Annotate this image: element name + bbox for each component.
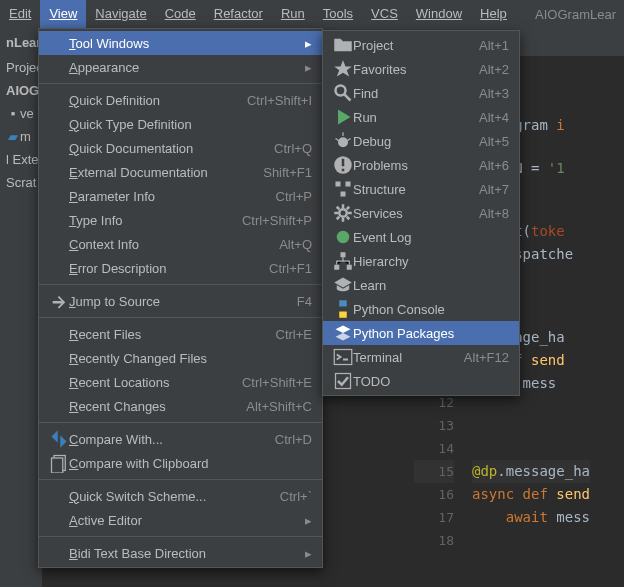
view-menu-item-quick-definition[interactable]: Quick DefinitionCtrl+Shift+I [39, 88, 322, 112]
bug-icon [333, 131, 353, 151]
view-menu-item-recent-locations[interactable]: Recent LocationsCtrl+Shift+E [39, 370, 322, 394]
play-icon [333, 107, 353, 127]
gutter-line-current: 15 [414, 460, 454, 483]
menu-code[interactable]: Code [156, 0, 205, 28]
py-icon [333, 299, 353, 319]
view-menu-item-recent-changes[interactable]: Recent ChangesAlt+Shift+C [39, 394, 322, 418]
tool-window-item-project[interactable]: ProjectAlt+1 [323, 33, 519, 57]
menu-tools[interactable]: Tools [314, 0, 362, 28]
grad-icon [333, 275, 353, 295]
menu-vcs[interactable]: VCS [362, 0, 407, 28]
submenu-item-label: Python Console [353, 302, 509, 317]
view-menu-item-bidi-text-base-direction[interactable]: Bidi Text Base Direction▸ [39, 541, 322, 565]
code-line [472, 437, 590, 460]
menu-separator [39, 83, 322, 84]
menu-help[interactable]: Help [471, 0, 516, 28]
view-menu-item-recent-files[interactable]: Recent FilesCtrl+E [39, 322, 322, 346]
svg-rect-20 [336, 374, 351, 389]
menu-navigate[interactable]: Navigate [86, 0, 155, 28]
svg-point-4 [338, 137, 348, 147]
submenu-item-label: Services [353, 206, 467, 221]
code-line: async def send [472, 483, 590, 506]
hier-icon [333, 251, 353, 271]
tool-window-item-debug[interactable]: DebugAlt+5 [323, 129, 519, 153]
tool-windows-submenu: ProjectAlt+1FavoritesAlt+2FindAlt+3RunAl… [322, 30, 520, 396]
submenu-arrow-icon: ▸ [302, 36, 312, 51]
view-menu-item-parameter-info[interactable]: Parameter InfoCtrl+P [39, 184, 322, 208]
cmp-icon [49, 429, 69, 449]
tool-window-item-services[interactable]: ServicesAlt+8 [323, 201, 519, 225]
tool-window-item-structure[interactable]: StructureAlt+7 [323, 177, 519, 201]
view-menu-item-compare-with-clipboard[interactable]: Compare with Clipboard [39, 451, 322, 475]
svg-rect-19 [334, 350, 352, 365]
view-menu-dropdown: Tool Windows▸Appearance▸Quick Definition… [38, 28, 323, 568]
submenu-item-label: Favorites [353, 62, 467, 77]
menu-shortcut: Ctrl+Q [262, 141, 312, 156]
tool-window-item-python-packages[interactable]: Python Packages [323, 321, 519, 345]
sidebar-scratches[interactable]: Scrat [0, 171, 42, 194]
menu-item-label: Jump to Source [69, 294, 285, 309]
stack-icon [333, 323, 353, 343]
code-line: await mess [472, 506, 590, 529]
view-menu-item-external-documentation[interactable]: External DocumentationShift+F1 [39, 160, 322, 184]
svg-rect-10 [342, 169, 345, 172]
menu-view[interactable]: View [40, 0, 86, 28]
menu-item-label: Tool Windows [69, 36, 302, 51]
python-file-icon: ▰ [6, 129, 20, 144]
view-menu-item-tool-windows[interactable]: Tool Windows▸ [39, 31, 322, 55]
sidebar-folder[interactable]: ▪ve [0, 102, 42, 125]
menu-run[interactable]: Run [272, 0, 314, 28]
view-menu-item-quick-documentation[interactable]: Quick DocumentationCtrl+Q [39, 136, 322, 160]
submenu-shortcut: Alt+F12 [452, 350, 509, 365]
menu-refactor[interactable]: Refactor [205, 0, 272, 28]
tool-window-item-todo[interactable]: TODO [323, 369, 519, 393]
sidebar-pyfile[interactable]: ▰m [0, 125, 42, 148]
menu-item-label: Recent Changes [69, 399, 234, 414]
tool-window-item-python-console[interactable]: Python Console [323, 297, 519, 321]
tool-window-item-problems[interactable]: ProblemsAlt+6 [323, 153, 519, 177]
submenu-shortcut: Alt+6 [467, 158, 509, 173]
menu-edit[interactable]: Edit [0, 0, 40, 28]
tool-window-item-run[interactable]: RunAlt+4 [323, 105, 519, 129]
svg-rect-12 [346, 182, 351, 187]
menu-separator [39, 422, 322, 423]
tool-window-item-favorites[interactable]: FavoritesAlt+2 [323, 57, 519, 81]
view-menu-item-jump-to-source[interactable]: Jump to SourceF4 [39, 289, 322, 313]
submenu-shortcut: Alt+3 [467, 86, 509, 101]
view-menu-item-error-description[interactable]: Error DescriptionCtrl+F1 [39, 256, 322, 280]
view-menu-item-context-info[interactable]: Context InfoAlt+Q [39, 232, 322, 256]
menu-separator [39, 284, 322, 285]
sidebar-project-root[interactable]: AIOG [0, 79, 42, 102]
svg-point-2 [336, 86, 346, 96]
view-menu-item-quick-type-definition[interactable]: Quick Type Definition [39, 112, 322, 136]
view-menu-item-recently-changed-files[interactable]: Recently Changed Files [39, 346, 322, 370]
view-menu-item-active-editor[interactable]: Active Editor▸ [39, 508, 322, 532]
view-menu-item-type-info[interactable]: Type InfoCtrl+Shift+P [39, 208, 322, 232]
menu-item-label: Compare with Clipboard [69, 456, 312, 471]
menu-shortcut: F4 [285, 294, 312, 309]
submenu-arrow-icon: ▸ [302, 513, 312, 528]
submenu-item-label: TODO [353, 374, 509, 389]
sidebar-external-libs[interactable]: l Exter [0, 148, 42, 171]
project-sidebar: Project AIOG ▪ve ▰m l Exter Scrat [0, 56, 42, 587]
submenu-item-label: Hierarchy [353, 254, 509, 269]
menu-shortcut: Ctrl+Shift+P [230, 213, 312, 228]
view-menu-item-compare-with-[interactable]: Compare With...Ctrl+D [39, 427, 322, 451]
menu-window[interactable]: Window [407, 0, 471, 28]
view-menu-item-quick-switch-scheme-[interactable]: Quick Switch Scheme...Ctrl+` [39, 484, 322, 508]
submenu-shortcut: Alt+7 [467, 182, 509, 197]
tool-window-item-hierarchy[interactable]: Hierarchy [323, 249, 519, 273]
menu-item-label: Appearance [69, 60, 302, 75]
tool-window-item-find[interactable]: FindAlt+3 [323, 81, 519, 105]
svg-point-14 [339, 209, 347, 217]
menu-shortcut: Shift+F1 [251, 165, 312, 180]
sidebar-header[interactable]: Project [0, 56, 42, 79]
menu-shortcut: Ctrl+Shift+I [235, 93, 312, 108]
tool-window-item-terminal[interactable]: TerminalAlt+F12 [323, 345, 519, 369]
view-menu-item-appearance[interactable]: Appearance▸ [39, 55, 322, 79]
svg-rect-1 [52, 458, 63, 473]
tool-window-item-event-log[interactable]: Event Log [323, 225, 519, 249]
menu-item-label: Recently Changed Files [69, 351, 312, 366]
tool-window-item-learn[interactable]: Learn [323, 273, 519, 297]
submenu-shortcut: Alt+4 [467, 110, 509, 125]
